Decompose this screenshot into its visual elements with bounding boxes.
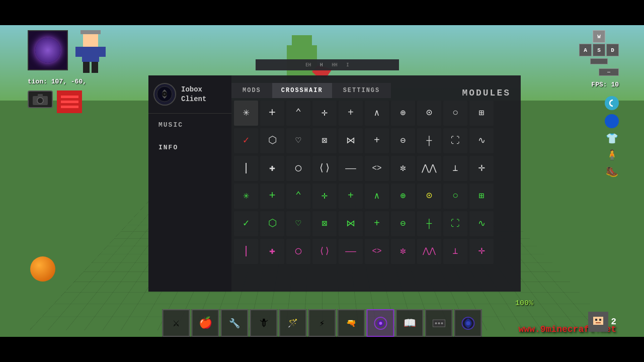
ch-dashcross-white[interactable]: ┼ (417, 128, 441, 153)
ch-plus2-white[interactable]: + (339, 101, 363, 126)
ch-vline-pink[interactable]: | (234, 239, 258, 264)
ch-diamond-pink[interactable]: ⟨⟩ (312, 239, 337, 264)
ch-cross-white[interactable]: ✛ (312, 101, 337, 126)
ch-target2-green[interactable]: ⊖ (391, 211, 415, 236)
ch-box-green[interactable]: ⊠ (312, 211, 337, 236)
ch-bullseye-yellow[interactable]: ⊙ (417, 184, 441, 209)
ch-bowtie-green[interactable]: ⋈ (339, 211, 363, 236)
svg-rect-25 (596, 322, 601, 323)
ch-dash-white[interactable]: —— (339, 156, 363, 181)
ch-thinplus-pink[interactable]: ✚ (260, 239, 284, 264)
ch-caret2-green[interactable]: ∧ (365, 184, 389, 209)
ch-mountain-white[interactable]: ⋀⋀ (417, 156, 441, 181)
hotbar-slot-2[interactable]: 🍎 (192, 309, 219, 337)
content-area: MODS CROSSHAIR SETTINGS MODULES ✳ + ⌃ ✛ … (231, 75, 521, 292)
svg-rect-2 (82, 47, 99, 62)
logo-area: Iobox Client (148, 75, 231, 114)
ch-spin-white[interactable]: ✳ (234, 101, 258, 126)
ch-plus-green[interactable]: + (260, 184, 284, 209)
ch-dash-pink[interactable]: —— (339, 239, 363, 264)
ch-hex-white[interactable]: ⬡ (260, 128, 284, 153)
hotbar-slot-3[interactable]: 🔧 (221, 309, 249, 337)
ch-box-white[interactable]: ⊠ (312, 128, 337, 153)
ch-plus2-green[interactable]: + (339, 184, 363, 209)
hotbar-slot-5[interactable]: 🪄 (279, 309, 307, 337)
ch-plus3-white[interactable]: + (365, 128, 389, 153)
sidebar-item-info[interactable]: info (148, 136, 231, 159)
black-bar-top (0, 0, 644, 25)
ch-circle-green[interactable]: ○ (443, 184, 467, 209)
hotbar-slot-8-selected[interactable] (367, 309, 394, 337)
tab-mods[interactable]: MODS (231, 83, 272, 98)
ch-plus-white[interactable]: + (260, 101, 284, 126)
ch-asterisk-white[interactable]: ✼ (391, 156, 415, 181)
ch-circle2-white[interactable]: ◯ (286, 156, 310, 181)
ch-thinplus-white[interactable]: ✚ (260, 156, 284, 181)
ch-diamond-white[interactable]: ⟨⟩ (312, 156, 337, 181)
ch-t-white[interactable]: ⊥ (443, 156, 467, 181)
hotbar-slot-10[interactable] (425, 309, 453, 337)
svg-rect-24 (599, 319, 601, 321)
ch-caret-white[interactable]: ⌃ (286, 101, 310, 126)
ch-mountain-pink[interactable]: ⋀⋀ (417, 239, 441, 264)
ch-target-white[interactable]: ⊕ (391, 101, 415, 126)
hamburger-menu-icon[interactable] (57, 90, 82, 113)
sidebar-item-music[interactable]: MUSIC (148, 114, 231, 136)
nav-tabs: MODS CROSSHAIR SETTINGS MODULES (231, 75, 521, 98)
svg-rect-23 (595, 319, 597, 321)
ch-cross-green[interactable]: ✛ (312, 184, 337, 209)
ch-circle2-pink[interactable]: ◯ (286, 239, 310, 264)
crosshair-grid: ✳ + ⌃ ✛ + ∧ ⊕ ⊙ ○ ⊞ ✓ ⬡ ♡ ⊠ ⋈ + ⊖ ┼ ⛶ ∿ … (231, 97, 521, 269)
ch-wave-green[interactable]: ∿ (469, 211, 494, 236)
ch-heart-white[interactable]: ♡ (286, 128, 310, 153)
svg-point-21 (466, 321, 470, 325)
hotbar-slot-4[interactable]: 🗡 (250, 309, 278, 337)
tab-settings[interactable]: SETTINGS (332, 83, 391, 98)
ch-code-white[interactable]: <> (365, 156, 389, 181)
hotbar-slot-6[interactable]: ⚡ (308, 309, 336, 337)
ch-hex-green[interactable]: ⬡ (260, 211, 284, 236)
modules-title-area: MODULES (391, 88, 521, 98)
ch-fatplus-white[interactable]: ✛ (469, 156, 494, 181)
ch-heart-green[interactable]: ♡ (286, 211, 310, 236)
ch-circle-white[interactable]: ○ (443, 101, 467, 126)
svg-point-19 (441, 322, 443, 324)
ch-vline-white[interactable]: | (234, 156, 258, 181)
ch-caret2-white[interactable]: ∧ (365, 101, 389, 126)
ch-v-green[interactable]: ✓ (234, 211, 258, 236)
ch-grid-white[interactable]: ⊞ (469, 101, 494, 126)
w-key: W (593, 30, 605, 43)
ch-expand-white[interactable]: ⛶ (443, 128, 467, 153)
svg-rect-6 (92, 62, 98, 73)
ch-caret-green[interactable]: ⌃ (286, 184, 310, 209)
ch-target2-white[interactable]: ⊖ (391, 128, 415, 153)
hotbar-slot-11[interactable] (454, 309, 482, 337)
svg-point-8 (37, 98, 43, 104)
ch-dashcross-green[interactable]: ┼ (417, 211, 441, 236)
svg-rect-0 (80, 30, 101, 34)
ch-v-red[interactable]: ✓ (234, 128, 258, 153)
ch-code-pink[interactable]: <> (365, 239, 389, 264)
hotbar-slot-7[interactable]: 🔫 (338, 309, 365, 337)
ch-grid-green[interactable]: ⊞ (469, 184, 494, 209)
wasd-display: W A S D (579, 30, 619, 64)
player-character (73, 30, 108, 75)
ch-t-pink[interactable]: ⊥ (443, 239, 467, 264)
hotbar-slot-1[interactable]: ⚔ (163, 309, 190, 337)
ch-fatplus-pink[interactable]: ✛ (469, 239, 494, 264)
ch-asterisk-pink[interactable]: ✼ (391, 239, 415, 264)
player-count: 2 (611, 317, 616, 327)
ch-spin-green[interactable]: ✳ (234, 184, 258, 209)
ch-expand-green[interactable]: ⛶ (443, 211, 467, 236)
black-bar-bottom (0, 337, 644, 362)
ch-wave-white[interactable]: ∿ (469, 128, 494, 153)
tab-crosshair[interactable]: CROSSHAIR (272, 83, 332, 98)
ch-target-green[interactable]: ⊕ (391, 184, 415, 209)
ch-plus3-green[interactable]: + (365, 211, 389, 236)
ch-bullseye-white[interactable]: ⊙ (417, 101, 441, 126)
ch-bowtie-white[interactable]: ⋈ (339, 128, 363, 153)
camera-icon[interactable] (28, 90, 53, 108)
hotbar-slot-9[interactable]: 📖 (396, 309, 424, 337)
moon-icon (605, 114, 619, 128)
a-key: A (579, 44, 592, 56)
